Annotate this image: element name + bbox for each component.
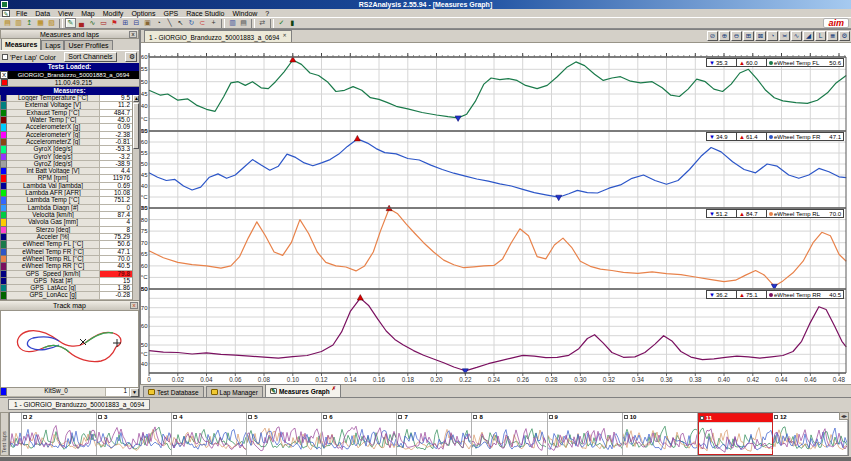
lap-header[interactable]: 9 [548, 413, 622, 422]
strip-nav-arrows[interactable]: ◂▸ [839, 412, 849, 420]
histogram-icon[interactable]: ▄ [76, 18, 87, 28]
lap-header[interactable]: 2 [22, 413, 96, 422]
signal-icon[interactable]: ∿ [791, 31, 802, 41]
lap-cell-5[interactable]: 5 [247, 413, 322, 455]
tab-laps[interactable]: Laps [41, 40, 64, 50]
zoom-box-icon[interactable]: ⊞ [743, 31, 754, 41]
measure-row[interactable]: GPS_LatAcc [g]1.86 [0, 285, 133, 292]
measure-row[interactable]: AccelerometerZ [g]-0.81 [0, 139, 133, 146]
lap-header[interactable]: 5 [247, 413, 321, 422]
lap-checkbox[interactable] [248, 415, 252, 419]
workspace-tab-test-database[interactable]: Test Database [143, 386, 204, 397]
tab-measures[interactable]: Measures [1, 38, 41, 50]
pan-icon[interactable]: + [208, 18, 219, 28]
measure-row[interactable]: eWheel Temp RR [°C]40.5 [0, 263, 133, 270]
measure-row[interactable]: AccelerometerY [g]-2.38 [0, 132, 133, 139]
menu-window[interactable]: Window [228, 10, 261, 17]
pointer-icon[interactable]: ↖ [175, 18, 186, 28]
per-lap-color-checkbox[interactable] [2, 54, 8, 60]
lap-cell-6[interactable]: 6 [322, 413, 397, 455]
monitor-icon[interactable]: ▮ [287, 18, 298, 28]
video-icon[interactable]: ▣ [142, 18, 153, 28]
print-icon[interactable]: ▤ [238, 18, 249, 28]
lap-cell-9[interactable]: 9 [548, 413, 623, 455]
panel-legend[interactable]: ▼34.9▲61.4eWheel Temp FR47.1 [706, 132, 844, 141]
measure-row[interactable]: eWheel Temp FL [°C]50.6 [0, 241, 133, 248]
lap-cell-4[interactable]: 4 [172, 413, 247, 455]
lap-mini-chart[interactable] [773, 422, 847, 456]
test-color-swatch[interactable] [1, 79, 8, 86]
test-select-cell[interactable]: X [0, 71, 8, 79]
lap-mini-chart[interactable] [699, 423, 772, 457]
lap-overlay-icon[interactable]: L [815, 31, 826, 41]
lap-checkbox[interactable] [398, 415, 402, 419]
distance-base-icon[interactable]: ≍ [779, 31, 790, 41]
workspace-tab-lap-manager[interactable]: Lap Manager [206, 386, 263, 397]
close-icon[interactable]: x [129, 31, 137, 38]
measure-row[interactable]: GyroX [deg/s]-53.3 [0, 146, 133, 153]
measures-graph-icon[interactable]: ✎ [65, 18, 76, 28]
lap-header[interactable]: 11 [699, 414, 772, 423]
sort-channels-button[interactable]: Sort Channels [64, 52, 116, 62]
lap-counter-icon[interactable]: ↻ [186, 18, 197, 28]
lap-checkbox[interactable] [173, 415, 177, 419]
lap-mini-chart[interactable] [397, 422, 471, 456]
lap-checkbox[interactable] [700, 416, 704, 420]
measure-row[interactable]: Lambda Diagn [#]0 [0, 205, 133, 212]
lap-mini-chart[interactable] [548, 422, 622, 456]
lap-checkbox[interactable] [774, 415, 778, 419]
measure-row[interactable]: Logger Temperature [°C]9.5 [0, 95, 133, 102]
tab-user-profiles[interactable]: User Profiles [64, 40, 112, 50]
lap-mini-chart[interactable] [172, 422, 246, 456]
measure-row[interactable]: Acceler [%]75.29 [0, 234, 133, 241]
zoom-out-icon[interactable]: ⊖ [731, 31, 742, 41]
wrench-icon[interactable]: ⚙ [125, 52, 137, 62]
menu-map[interactable]: Map [77, 10, 99, 17]
measure-row[interactable]: AccelerometerX [g]0.09 [0, 124, 133, 131]
table-icon[interactable]: ⊞ [120, 18, 131, 28]
menu-view[interactable]: View [54, 10, 77, 17]
measure-row[interactable]: Velocità [km/h]87.4 [0, 212, 133, 219]
scroll-thumb[interactable] [133, 103, 139, 149]
time-base-icon[interactable]: ◔ [767, 31, 778, 41]
lap-cell-10[interactable]: 10 [623, 413, 698, 455]
lap-checkbox[interactable] [323, 415, 327, 419]
measure-row[interactable]: GPS_Nsat [#]15 [0, 278, 133, 285]
lap-mini-chart[interactable] [247, 422, 321, 456]
lap-checkbox[interactable] [23, 415, 27, 419]
pencil-icon[interactable]: ╲ [164, 18, 175, 28]
lap-checkbox[interactable] [98, 415, 102, 419]
zoom-in-icon[interactable]: ⊕ [719, 31, 730, 41]
lap-header[interactable]: 4 [172, 413, 246, 422]
lap-header[interactable]: 10 [623, 413, 697, 422]
menu-file[interactable]: File [12, 10, 31, 17]
lap-cell-3[interactable]: 3 [97, 413, 172, 455]
workspace-tab-measures-graph[interactable]: ✎Measures Graph✗ [265, 384, 341, 397]
report-icon[interactable]: ▭ [98, 18, 109, 28]
close-icon[interactable]: ✗ [332, 385, 336, 391]
zoom-all-icon[interactable]: ⊠ [755, 31, 766, 41]
open-test-icon[interactable]: ▤ [2, 18, 13, 28]
measure-row[interactable]: Exhaust Temp [°C]484.7 [0, 110, 133, 117]
panel-legend[interactable]: ▼36.2▲75.1eWheel Temp RR40.5 [706, 290, 844, 299]
measure-row[interactable]: Valvola Gas [mm]4 [0, 219, 133, 226]
menu-gps[interactable]: GPS [160, 10, 183, 17]
track-map-canvas[interactable] [0, 311, 139, 388]
lap-mini-chart[interactable] [322, 422, 396, 456]
lap-list-icon[interactable]: ≣ [827, 31, 838, 41]
compare-icon[interactable]: ⇄ [257, 18, 268, 28]
measure-row[interactable]: Water Temp [°C]45.0 [0, 117, 133, 124]
measure-row[interactable]: eWheel Temp FR [°C]47.1 [0, 249, 133, 256]
lap-header[interactable]: 12 [773, 413, 847, 422]
measure-row[interactable]: GPS_LonAcc [g]-0.28 [0, 292, 133, 299]
lap-cell-12[interactable]: 12 [773, 413, 848, 455]
lap-cell-11[interactable]: 11 [698, 413, 773, 455]
test-database2-icon[interactable]: ▧ [46, 18, 57, 28]
lap-header[interactable]: 3 [97, 413, 171, 422]
lap-cell-7[interactable]: 7 [397, 413, 472, 455]
lap-mini-chart[interactable] [623, 422, 697, 456]
lap-header[interactable]: 6 [322, 413, 396, 422]
measures-scrollbar[interactable]: ▲ [132, 95, 139, 300]
report2-icon[interactable]: ▥ [227, 18, 238, 28]
measure-row[interactable]: GPS_Speed [km/h]79.8 [0, 271, 133, 278]
